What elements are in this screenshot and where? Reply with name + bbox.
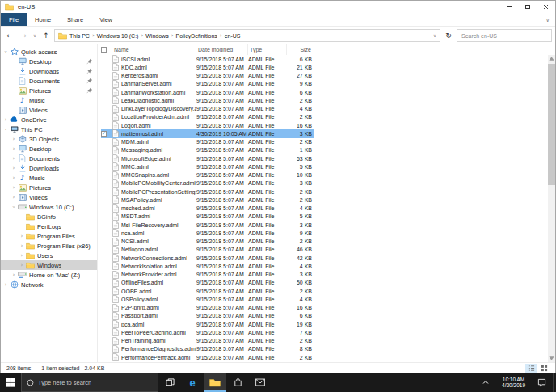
chevron-right-icon[interactable]: › xyxy=(11,194,17,200)
sidebar-item-program-files[interactable]: ›Program Files xyxy=(1,231,97,241)
file-row[interactable]: OfflineFiles.adml9/15/2018 5:07 AMADML F… xyxy=(101,279,314,287)
scrollbar-thumb[interactable] xyxy=(548,64,555,185)
file-row[interactable]: Messaging.adml9/15/2018 5:07 AMADML File… xyxy=(101,146,314,154)
menu-tab-home[interactable]: Home xyxy=(27,13,59,26)
file-row[interactable]: OSPolicy.adml9/15/2018 5:07 AMADML File4… xyxy=(101,295,314,303)
breadcrumb-segment[interactable]: Windows 10 (C:) xyxy=(97,33,139,39)
file-row[interactable]: MSAPolicy.adml9/15/2018 5:07 AMADML File… xyxy=(101,196,314,204)
back-button[interactable]: ← xyxy=(4,29,15,42)
menu-tab-share[interactable]: Share xyxy=(59,13,91,26)
chevron-right-icon[interactable]: › xyxy=(11,184,17,191)
address-box[interactable]: This PC›Windows 10 (C:)›Windows›PolicyDe… xyxy=(54,29,440,42)
scroll-down-icon[interactable] xyxy=(548,355,555,362)
sidebar-item-pictures[interactable]: Pictures xyxy=(1,86,97,95)
sidebar-item-onedrive[interactable]: ›OneDrive xyxy=(1,115,97,124)
scroll-up-icon[interactable] xyxy=(548,55,555,62)
file-row[interactable]: LinkLayerTopologyDiscovery.adml9/15/2018… xyxy=(101,105,314,113)
file-row[interactable]: ✓mattermost.adml4/30/2019 10:05 AMADML F… xyxy=(101,129,314,137)
sidebar-item-quick-access[interactable]: ›Quick access xyxy=(1,47,97,57)
column-header-size[interactable]: Size xyxy=(287,44,314,55)
show-hidden-icons-button[interactable] xyxy=(474,373,497,392)
chevron-down-icon[interactable]: › xyxy=(2,126,9,133)
file-row[interactable]: PerformanceDiagnostics.adml9/15/2018 5:0… xyxy=(101,345,314,353)
taskbar-clock[interactable]: 10:10 AM 4/30/2019 xyxy=(497,373,530,392)
details-view-button[interactable] xyxy=(525,364,537,373)
menu-tab-file[interactable]: File xyxy=(1,13,27,26)
chevron-right-icon[interactable]: › xyxy=(11,165,17,171)
start-button[interactable] xyxy=(0,373,21,392)
store-button[interactable] xyxy=(226,373,249,392)
explorer-search-input[interactable]: Search en-US xyxy=(457,29,552,42)
file-row[interactable]: LanmanServer.adml9/15/2018 5:07 AMADML F… xyxy=(101,80,314,88)
chevron-right-icon[interactable]: › xyxy=(11,145,17,152)
sidebar-item-documents[interactable]: ›Documents xyxy=(1,154,97,163)
file-row[interactable]: LeakDiagnostic.adml9/15/2018 5:07 AMADML… xyxy=(101,96,314,104)
column-header-type[interactable]: Type xyxy=(248,44,287,55)
chevron-down-icon[interactable]: › xyxy=(11,204,17,210)
chevron-right-icon[interactable]: › xyxy=(19,242,25,249)
file-row[interactable]: NCSI.adml9/15/2018 5:07 AMADML File2 KB xyxy=(101,238,314,246)
file-row[interactable]: NetworkConnections.adml9/15/2018 5:07 AM… xyxy=(101,254,314,262)
file-row[interactable]: Msi-FileRecovery.adml9/15/2018 5:07 AMAD… xyxy=(101,221,314,229)
minimize-button[interactable] xyxy=(499,1,518,13)
sidebar-item-videos[interactable]: Videos xyxy=(1,105,97,115)
sidebar-item-music[interactable]: ♪Music xyxy=(1,95,97,105)
file-row[interactable]: P2P-pnrp.adml9/15/2018 5:07 AMADML File1… xyxy=(101,304,314,312)
file-row[interactable]: MSDT.adml9/15/2018 5:07 AMADML File5 KB xyxy=(101,213,314,221)
file-row[interactable]: PeerToPeerCaching.adml9/15/2018 5:07 AMA… xyxy=(101,328,314,336)
sidebar-item-downloads[interactable]: ›Downloads xyxy=(1,163,97,173)
forward-button[interactable]: → xyxy=(18,29,29,42)
file-row[interactable]: MobilePCPresentationSettings.adml9/15/20… xyxy=(101,188,314,196)
item-checkbox[interactable]: ✓ xyxy=(101,131,112,137)
sidebar-item-3d-objects[interactable]: ›3D Objects xyxy=(1,134,97,144)
sidebar-item-documents[interactable]: Documents xyxy=(1,76,97,86)
column-header-name[interactable]: Name xyxy=(112,44,196,55)
breadcrumb-segment[interactable]: Windows xyxy=(145,33,168,39)
file-row[interactable]: MMC.adml9/15/2018 5:07 AMADML File5 KB xyxy=(101,162,314,171)
sidebar-item-desktop[interactable]: Desktop xyxy=(1,57,97,66)
sidebar-item-pictures[interactable]: ›Pictures xyxy=(1,183,97,192)
sidebar-item-perflogs[interactable]: PerfLogs xyxy=(1,221,97,231)
sidebar-item-home-on-mac-z[interactable]: ›Home on 'Mac' (Z:) xyxy=(1,270,97,280)
sidebar-item-windows-10-c[interactable]: ›Windows 10 (C:) xyxy=(1,202,97,212)
show-desktop-button[interactable] xyxy=(553,373,556,392)
file-row[interactable]: MicrosoftEdge.adml9/15/2018 5:07 AMADML … xyxy=(101,154,314,162)
sidebar-item-users[interactable]: ›Users xyxy=(1,251,97,260)
file-row[interactable]: PerformancePerftrack.adml9/15/2018 5:07 … xyxy=(101,353,314,361)
file-row[interactable]: iSCSI.adml9/15/2018 5:07 AMADML File6 KB xyxy=(101,55,314,63)
action-center-button[interactable] xyxy=(530,373,553,392)
file-row[interactable]: Kerberos.adml9/15/2018 5:07 AMADML File2… xyxy=(101,72,314,80)
sidebar-item-this-pc[interactable]: ›This PC xyxy=(1,124,97,134)
file-row[interactable]: pca.adml9/15/2018 5:07 AMADML File19 KB xyxy=(101,320,314,328)
sidebar-item-desktop[interactable]: ›Desktop xyxy=(1,144,97,154)
file-row[interactable]: Passport.adml9/15/2018 5:07 AMADML File6… xyxy=(101,312,314,320)
chevron-down-icon[interactable]: › xyxy=(2,48,9,55)
file-row[interactable]: MDM.adml9/15/2018 5:07 AMADML File2 KB xyxy=(101,138,314,146)
chevron-right-icon[interactable]: › xyxy=(19,262,25,268)
sidebar-item-downloads[interactable]: Downloads xyxy=(1,66,97,76)
refresh-button[interactable]: ↻ xyxy=(443,29,454,42)
file-row[interactable]: NetworkProvider.adml9/15/2018 5:07 AMADM… xyxy=(101,271,314,279)
file-row[interactable]: MMCSnapins.adml9/15/2018 5:07 AMADML Fil… xyxy=(101,171,314,179)
chevron-right-icon[interactable]: › xyxy=(11,155,17,162)
close-button[interactable] xyxy=(537,1,555,13)
chevron-right-icon[interactable]: › xyxy=(2,281,9,288)
menu-tab-view[interactable]: View xyxy=(91,13,120,26)
large-icons-view-button[interactable] xyxy=(538,364,550,373)
address-dropdown-icon[interactable]: ∨ xyxy=(433,33,436,38)
sidebar-item-videos[interactable]: ›Videos xyxy=(1,192,97,202)
breadcrumb-segment[interactable]: This PC xyxy=(70,33,90,39)
chevron-right-icon[interactable]: › xyxy=(11,272,17,278)
sidebar-item-network[interactable]: ›Network xyxy=(1,280,97,289)
column-header-date-modified[interactable]: Date modified xyxy=(196,44,248,55)
file-row[interactable]: LanmanWorkstation.adml9/15/2018 5:07 AMA… xyxy=(101,88,314,96)
mail-button[interactable] xyxy=(249,373,272,392)
chevron-right-icon[interactable]: › xyxy=(19,252,25,259)
chevron-right-icon[interactable]: › xyxy=(2,116,9,123)
file-row[interactable]: Logon.adml9/15/2018 5:07 AMADML File16 K… xyxy=(101,121,314,129)
breadcrumb-segment[interactable]: en-US xyxy=(225,33,241,39)
select-all-checkbox[interactable] xyxy=(101,47,107,53)
taskbar-search-input[interactable]: Type here to search xyxy=(21,373,158,392)
sidebar-item-windows[interactable]: ›Windows xyxy=(1,260,97,270)
file-row[interactable]: KDC.adml9/15/2018 5:07 AMADML File21 KB xyxy=(101,63,314,71)
